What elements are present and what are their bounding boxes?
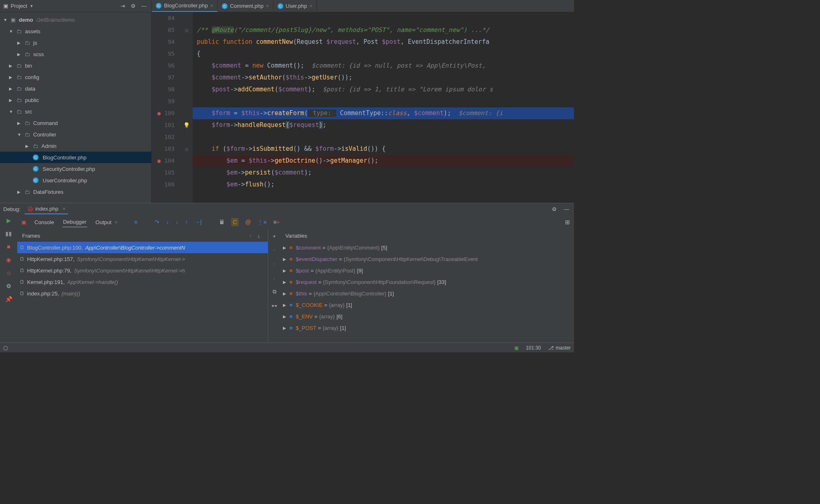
output-tab[interactable]: Output ×: [95, 218, 118, 227]
step-over-icon[interactable]: ↷: [155, 219, 159, 225]
tree-item-securitycontroller-php[interactable]: CSecurityController.php: [0, 163, 151, 175]
variable-row[interactable]: ▶≡$comment = {App\Entity\Comment} [5]: [280, 242, 574, 253]
tree-item-assets[interactable]: ▼🗀assets: [0, 25, 151, 37]
dropdown-icon[interactable]: ▼: [30, 4, 33, 8]
stack-frame[interactable]: 🗋HttpKernel.php:157, Symfony\Component\H…: [17, 253, 268, 265]
stack-frame[interactable]: 🗋HttpKernel.php:79, Symfony\Component\Ht…: [17, 265, 268, 276]
close-tab-icon[interactable]: ×: [210, 3, 213, 9]
editor-tab-comment-php[interactable]: CComment.php×: [218, 0, 273, 12]
list-icon[interactable]: ⋮≡: [257, 219, 266, 225]
variable-row[interactable]: ▶≡$post = {App\Entity\Post} [9]: [280, 265, 574, 276]
tree-item-datafixtures[interactable]: ▶🗀DataFixtures: [0, 186, 151, 198]
tree-item-admin[interactable]: ▶🗀Admin: [0, 140, 151, 152]
stop-button[interactable]: ■: [5, 243, 13, 251]
tree-item-command[interactable]: ▶🗀Command: [0, 117, 151, 129]
tree-item-js[interactable]: ▶🗀js: [0, 37, 151, 48]
show-execution-point-icon[interactable]: ≡: [134, 219, 137, 225]
code-line-94[interactable]: public function commentNew(Request $requ…: [193, 36, 574, 48]
tree-item-bin[interactable]: ▶🗀bin: [0, 60, 151, 71]
step-out-icon[interactable]: ↑: [185, 219, 188, 225]
gear-icon[interactable]: ⚙: [550, 205, 558, 213]
tree-item-data[interactable]: ▶🗀data: [0, 83, 151, 94]
tree-item-scss[interactable]: ▶🗀scss: [0, 48, 151, 60]
variable-row[interactable]: ▶≡$request = {Symfony\Component\HttpFoun…: [280, 276, 574, 288]
at-icon[interactable]: @: [245, 219, 251, 225]
php-icon[interactable]: C: [231, 218, 239, 226]
tree-item-usercontroller-php[interactable]: CUserController.php: [0, 175, 151, 186]
debug-header: Debug: 🐞 index.php × ⚙ —: [0, 203, 574, 215]
hide-icon[interactable]: —: [140, 2, 148, 10]
editor-tab-blogcontroller-php[interactable]: CBlogController.php×: [152, 0, 218, 12]
copy-icon[interactable]: ⧉: [270, 288, 278, 296]
remove-watch-icon[interactable]: −: [270, 246, 278, 254]
glasses-icon[interactable]: 👓: [270, 302, 278, 310]
close-output-icon[interactable]: ×: [114, 219, 118, 225]
tool-windows-icon[interactable]: ▢: [3, 345, 8, 351]
code-line-104[interactable]: $em = $this->getDoctrine()->getManager()…: [193, 155, 574, 167]
console-tab[interactable]: Console: [34, 218, 55, 227]
code-line-98[interactable]: $post->addComment($comment); $post: {id …: [193, 84, 574, 95]
resume-button[interactable]: ▶: [5, 216, 13, 225]
tree-root[interactable]: ▼ ▣ demo /JetBrains/demo: [0, 14, 151, 25]
line-number-gutter[interactable]: 8485949596979899◉ 100101102103◉ 10410510…: [152, 12, 180, 203]
debug-session-tab[interactable]: 🐞 index.php ×: [25, 204, 68, 214]
code-line-95[interactable]: {: [193, 48, 574, 60]
frame-icon: 🗋: [20, 245, 25, 250]
tree-item-config[interactable]: ▶🗀config: [0, 71, 151, 83]
next-frame-icon[interactable]: ↓: [255, 232, 263, 240]
stack-frame[interactable]: 🗋BlogController.php:100, App\Controller\…: [17, 242, 268, 253]
variable-row[interactable]: ▶≡$_POST = {array} [1]: [280, 322, 574, 334]
code-line-105[interactable]: $em->persist($comment);: [193, 167, 574, 179]
hide-icon[interactable]: —: [563, 205, 571, 213]
tree-item-blogcontroller-php[interactable]: CBlogController.php: [0, 152, 151, 163]
git-branch[interactable]: ⎇ master: [548, 345, 571, 351]
stack-frame[interactable]: 🗋index.php:25, {main}(): [17, 288, 268, 299]
project-view-label[interactable]: Project: [11, 3, 27, 9]
code-line-96[interactable]: $comment = new Comment(); $comment: {id …: [193, 60, 574, 72]
code-line-97[interactable]: $comment->setAuthor($this->getUser());: [193, 72, 574, 84]
view-breakpoints-button[interactable]: ◉: [5, 256, 13, 264]
down-icon[interactable]: ↓: [270, 274, 278, 282]
variable-row[interactable]: ▶≡$_COOKIE = {array} [1]: [280, 299, 574, 311]
tree-item-src[interactable]: ▼🗀src: [0, 106, 151, 117]
tree-item-public[interactable]: ▶🗀public: [0, 94, 151, 106]
code-line-99[interactable]: [193, 95, 574, 107]
tree-item-controller[interactable]: ▼🗀Controller: [0, 129, 151, 140]
editor-tab-user-php[interactable]: CUser.php×: [273, 0, 317, 12]
variable-row[interactable]: ▶≡$eventDispatcher = {Symfony\Component\…: [280, 253, 574, 265]
up-icon[interactable]: ↑: [270, 260, 278, 268]
add-watch-icon[interactable]: ≡+: [273, 219, 280, 225]
code-line-103[interactable]: if ($form->isSubmitted() && $form->isVal…: [193, 143, 574, 155]
close-tab-icon[interactable]: ×: [266, 3, 269, 9]
pause-button[interactable]: ▮▮: [5, 229, 13, 238]
code-line-102[interactable]: [193, 131, 574, 143]
variable-row[interactable]: ▶≡$this = {App\Controller\BlogController…: [280, 288, 574, 299]
variable-row[interactable]: ▶≡$_ENV = {array} [6]: [280, 311, 574, 322]
project-tree[interactable]: ▼ ▣ demo /JetBrains/demo ▼🗀assets▶🗀js▶🗀s…: [0, 12, 151, 203]
code-line-85[interactable]: /** @Route("/comment/{postSlug}/new", me…: [193, 24, 574, 36]
close-session-icon[interactable]: ×: [62, 206, 66, 212]
evaluate-expression-icon[interactable]: 🖩: [219, 219, 225, 225]
run-to-cursor-icon[interactable]: →|: [194, 219, 202, 225]
code-line-84[interactable]: [193, 12, 574, 24]
step-into-icon[interactable]: ↓: [166, 219, 169, 225]
layout-icon[interactable]: ⊞: [565, 219, 570, 225]
code-line-100[interactable]: $form = $this->createForm( type: Comment…: [193, 107, 574, 119]
gutter-icons[interactable]: ⊟💡⊟: [180, 12, 193, 203]
code-editor[interactable]: 8485949596979899◉ 100101102103◉ 10410510…: [152, 12, 574, 203]
prev-frame-icon[interactable]: ↑: [246, 232, 255, 240]
force-step-into-icon[interactable]: ↓: [175, 219, 178, 225]
event-log-icon[interactable]: ▣: [514, 345, 519, 351]
cursor-position[interactable]: 101:30: [526, 345, 541, 351]
scroll-to-source-icon[interactable]: ⇥: [118, 2, 127, 10]
add-watch-icon[interactable]: +: [270, 232, 278, 240]
stack-frame[interactable]: 🗋Kernel.php:191, App\Kernel->handle(): [17, 276, 268, 288]
gear-icon[interactable]: ⚙: [129, 2, 137, 10]
pin-button[interactable]: 📌: [5, 295, 13, 303]
settings-button[interactable]: ⚙: [5, 282, 13, 290]
mute-breakpoints-button[interactable]: ⦸: [5, 269, 13, 277]
code-line-106[interactable]: $em->flush();: [193, 179, 574, 191]
close-tab-icon[interactable]: ×: [310, 3, 312, 9]
debugger-tab[interactable]: Debugger: [62, 217, 87, 227]
code-line-101[interactable]: $form->handleRequest($request);: [193, 119, 574, 131]
